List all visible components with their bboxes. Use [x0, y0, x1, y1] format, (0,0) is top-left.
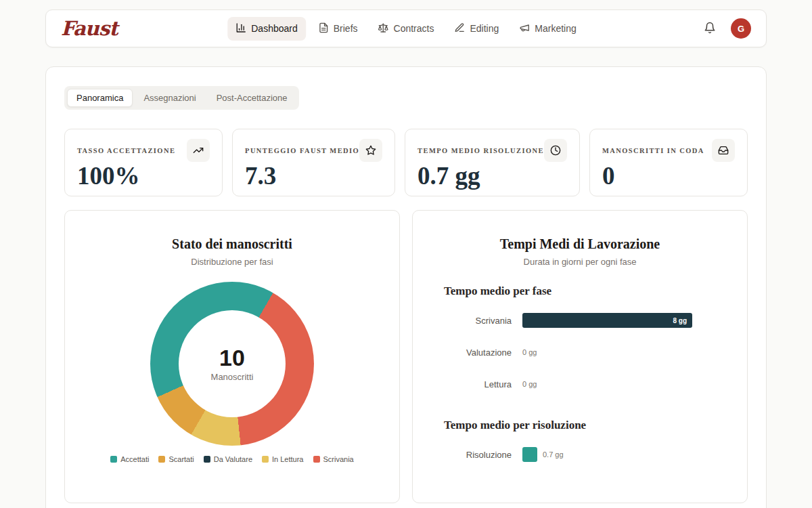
stat-card-manoscritti-coda: MANOSCRITTI IN CODA 0: [589, 129, 748, 196]
legend-swatch: [158, 456, 165, 463]
donut-legend: Accettati Scartati Da Valutare In Lettur…: [81, 455, 383, 463]
nav-item-label: Briefs: [334, 23, 358, 34]
donut-chart[interactable]: 10 Manoscritti: [150, 282, 314, 446]
legend-item-accettati[interactable]: Accettati: [110, 455, 149, 463]
nav-item-label: Dashboard: [251, 23, 298, 34]
charts-row: Stato dei manoscritti Distribuzione per …: [64, 210, 748, 503]
stat-label: TASSO ACCETTAZIONE: [77, 147, 175, 154]
stat-value: 0: [602, 163, 735, 188]
notifications-button[interactable]: [701, 19, 719, 39]
legend-item-in-lettura[interactable]: In Lettura: [262, 455, 303, 463]
nav-item-marketing[interactable]: Marketing: [511, 17, 584, 41]
stats-row: TASSO ACCETTAZIONE 100% PUNTEGGIO FAUST …: [64, 129, 748, 196]
bar-label: Scrivania: [444, 316, 512, 326]
nav-item-contracts[interactable]: Contracts: [370, 17, 443, 41]
inbox-icon: [712, 139, 735, 162]
legend-item-scartati[interactable]: Scartati: [158, 455, 194, 463]
nav-item-label: Marketing: [535, 23, 576, 34]
tab-post-accettazione[interactable]: Post-Accettazione: [207, 89, 297, 107]
manuscript-status-panel: Stato dei manoscritti Distribuzione per …: [64, 210, 400, 503]
legend-swatch: [313, 456, 320, 463]
bar-label: Lettura: [444, 379, 512, 389]
donut-total-label: Manoscritti: [211, 372, 254, 382]
stat-label: TEMPO MEDIO RISOLUZIONE: [418, 147, 544, 154]
clock-icon: [544, 139, 567, 162]
bar-chart-icon: [235, 22, 246, 35]
legend-label: Da Valutare: [214, 455, 252, 463]
bar-risoluzione[interactable]: [522, 447, 537, 462]
legend-swatch: [262, 456, 269, 463]
panel-subtitle: Durata in giorni per ogni fase: [429, 257, 731, 267]
tab-panoramica[interactable]: Panoramica: [67, 89, 133, 107]
donut-total: 10: [219, 345, 245, 371]
top-navbar: Faust Dashboard Briefs Contracts: [45, 9, 767, 47]
nav-item-briefs[interactable]: Briefs: [310, 17, 366, 41]
stat-label: MANOSCRITTI IN CODA: [602, 147, 704, 154]
nav-item-label: Editing: [470, 23, 499, 34]
bar-scrivania[interactable]: 8 gg: [522, 313, 692, 328]
nav-item-dashboard[interactable]: Dashboard: [227, 17, 306, 41]
legend-swatch: [204, 456, 210, 463]
legend-swatch: [110, 456, 117, 463]
bar-value: 8 gg: [673, 317, 687, 324]
nav-item-label: Contracts: [394, 23, 434, 34]
bar-label: Valutazione: [444, 347, 512, 358]
main-nav: Dashboard Briefs Contracts Editing: [227, 17, 585, 41]
pen-icon: [454, 22, 465, 35]
donut-center: 10 Manoscritti: [150, 282, 314, 446]
legend-label: Scartati: [168, 455, 194, 463]
user-avatar[interactable]: G: [731, 18, 751, 39]
megaphone-icon: [519, 22, 530, 35]
legend-label: Accettati: [120, 455, 149, 463]
star-icon: [359, 139, 382, 162]
stat-card-tempo-risoluzione: TEMPO MEDIO RISOLUZIONE 0.7 gg: [405, 129, 580, 196]
bar-value: 0 gg: [522, 380, 537, 388]
scale-icon: [378, 22, 389, 35]
dashboard-content: Panoramica Assegnazioni Post-Accettazion…: [45, 66, 767, 508]
trending-up-icon: [187, 139, 210, 162]
nav-item-editing[interactable]: Editing: [446, 17, 507, 41]
bell-icon: [704, 22, 716, 36]
bar-row-lettura: Lettura 0 gg: [444, 377, 716, 391]
bar-label: Risoluzione: [444, 450, 512, 460]
file-text-icon: [318, 22, 329, 35]
tab-assegnazioni[interactable]: Assegnazioni: [134, 89, 205, 107]
bar-value: 0.7 gg: [543, 450, 564, 459]
stat-label: PUNTEGGIO FAUST MEDIO: [245, 147, 359, 154]
stat-card-punteggio-faust: PUNTEGGIO FAUST MEDIO 7.3: [232, 129, 395, 196]
stat-value: 100%: [77, 163, 210, 188]
section-heading-fase: Tempo medio per fase: [444, 284, 716, 298]
processing-times-panel: Tempi Medi di Lavorazione Durata in gior…: [412, 210, 748, 503]
bar-row-scrivania: Scrivania 8 gg: [444, 313, 716, 328]
app-logo[interactable]: Faust: [61, 17, 118, 40]
panel-title: Stato dei manoscritti: [81, 236, 383, 252]
panel-subtitle: Distribuzione per fasi: [81, 257, 383, 267]
bar-row-risoluzione: Risoluzione 0.7 gg: [444, 447, 716, 462]
bars-chart: Tempo medio per fase Scrivania 8 gg Valu: [429, 284, 731, 462]
legend-label: In Lettura: [272, 455, 303, 463]
legend-label: Scrivania: [323, 455, 354, 463]
stat-value: 7.3: [245, 163, 382, 188]
panel-title: Tempi Medi di Lavorazione: [429, 236, 731, 252]
legend-item-da-valutare[interactable]: Da Valutare: [204, 455, 252, 463]
legend-item-scrivania[interactable]: Scrivania: [313, 455, 354, 463]
dashboard-tabs: Panoramica Assegnazioni Post-Accettazion…: [64, 86, 299, 110]
stat-card-tasso-accettazione: TASSO ACCETTAZIONE 100%: [64, 129, 223, 196]
section-heading-risoluzione: Tempo medio per risoluzione: [444, 419, 716, 432]
bar-row-valutazione: Valutazione 0 gg: [444, 345, 716, 360]
stat-value: 0.7 gg: [418, 163, 567, 188]
bar-value: 0 gg: [522, 348, 537, 356]
